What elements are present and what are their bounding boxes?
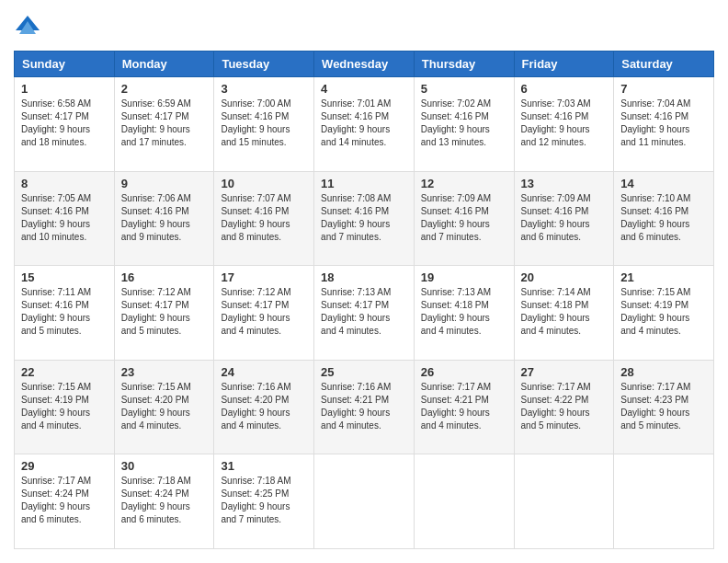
calendar-week-row: 8 Sunrise: 7:05 AMSunset: 4:16 PMDayligh… xyxy=(15,171,714,266)
calendar-cell: 1 Sunrise: 6:58 AMSunset: 4:17 PMDayligh… xyxy=(15,77,115,172)
weekday-header: Tuesday xyxy=(214,52,314,77)
day-number: 15 xyxy=(21,270,108,284)
calendar-cell xyxy=(414,454,514,549)
calendar-cell xyxy=(514,454,614,549)
calendar-cell: 4 Sunrise: 7:01 AMSunset: 4:16 PMDayligh… xyxy=(314,77,415,172)
day-number: 23 xyxy=(121,365,208,379)
calendar-week-row: 22 Sunrise: 7:15 AMSunset: 4:19 PMDaylig… xyxy=(15,360,714,454)
day-number: 18 xyxy=(321,270,407,284)
calendar-cell: 30 Sunrise: 7:18 AMSunset: 4:24 PMDaylig… xyxy=(114,454,214,549)
day-info: Sunrise: 7:09 AMSunset: 4:16 PMDaylight:… xyxy=(421,193,491,242)
day-info: Sunrise: 7:12 AMSunset: 4:17 PMDaylight:… xyxy=(221,287,290,336)
day-number: 1 xyxy=(21,82,108,96)
day-info: Sunrise: 7:13 AMSunset: 4:17 PMDaylight:… xyxy=(321,287,391,336)
calendar-cell: 28 Sunrise: 7:17 AMSunset: 4:23 PMDaylig… xyxy=(614,360,714,454)
calendar-cell: 23 Sunrise: 7:15 AMSunset: 4:20 PMDaylig… xyxy=(114,360,214,454)
calendar-week-row: 15 Sunrise: 7:11 AMSunset: 4:16 PMDaylig… xyxy=(15,266,714,361)
weekday-header: Saturday xyxy=(614,52,714,77)
day-number: 24 xyxy=(221,365,307,379)
day-info: Sunrise: 7:18 AMSunset: 4:25 PMDaylight:… xyxy=(221,476,290,524)
weekday-header: Friday xyxy=(514,52,614,77)
calendar-cell: 13 Sunrise: 7:09 AMSunset: 4:16 PMDaylig… xyxy=(514,171,614,266)
day-number: 22 xyxy=(21,365,108,379)
day-number: 11 xyxy=(321,177,407,190)
day-info: Sunrise: 7:15 AMSunset: 4:20 PMDaylight:… xyxy=(121,382,191,431)
day-number: 10 xyxy=(221,177,307,190)
calendar-week-row: 1 Sunrise: 6:58 AMSunset: 4:17 PMDayligh… xyxy=(15,77,714,172)
day-number: 31 xyxy=(221,459,307,473)
calendar-cell: 2 Sunrise: 6:59 AMSunset: 4:17 PMDayligh… xyxy=(114,77,214,172)
calendar-cell: 17 Sunrise: 7:12 AMSunset: 4:17 PMDaylig… xyxy=(214,266,314,361)
calendar-cell: 8 Sunrise: 7:05 AMSunset: 4:16 PMDayligh… xyxy=(15,171,115,266)
day-number: 8 xyxy=(21,177,108,190)
logo-icon xyxy=(14,14,41,41)
calendar-cell: 3 Sunrise: 7:00 AMSunset: 4:16 PMDayligh… xyxy=(214,77,314,172)
calendar-cell: 16 Sunrise: 7:12 AMSunset: 4:17 PMDaylig… xyxy=(114,266,214,361)
day-number: 16 xyxy=(121,270,208,284)
day-number: 19 xyxy=(421,270,507,284)
day-info: Sunrise: 7:17 AMSunset: 4:24 PMDaylight:… xyxy=(21,476,91,524)
day-info: Sunrise: 7:15 AMSunset: 4:19 PMDaylight:… xyxy=(620,287,690,336)
page: SundayMondayTuesdayWednesdayThursdayFrid… xyxy=(0,0,728,563)
day-number: 7 xyxy=(620,82,707,96)
day-info: Sunrise: 7:08 AMSunset: 4:16 PMDaylight:… xyxy=(321,193,391,242)
calendar-cell: 31 Sunrise: 7:18 AMSunset: 4:25 PMDaylig… xyxy=(214,454,314,549)
day-number: 4 xyxy=(321,82,407,96)
day-info: Sunrise: 7:14 AMSunset: 4:18 PMDaylight:… xyxy=(521,287,591,336)
calendar-cell: 7 Sunrise: 7:04 AMSunset: 4:16 PMDayligh… xyxy=(614,77,714,172)
day-number: 17 xyxy=(221,270,307,284)
day-info: Sunrise: 7:16 AMSunset: 4:20 PMDaylight:… xyxy=(221,382,290,431)
day-info: Sunrise: 7:06 AMSunset: 4:16 PMDaylight:… xyxy=(121,193,191,242)
weekday-header: Thursday xyxy=(414,52,514,77)
weekday-header: Sunday xyxy=(15,52,115,77)
day-info: Sunrise: 6:58 AMSunset: 4:17 PMDaylight:… xyxy=(21,98,91,147)
day-info: Sunrise: 7:10 AMSunset: 4:16 PMDaylight:… xyxy=(620,193,690,242)
day-number: 9 xyxy=(121,177,208,190)
day-info: Sunrise: 7:12 AMSunset: 4:17 PMDaylight:… xyxy=(121,287,191,336)
calendar-cell: 24 Sunrise: 7:16 AMSunset: 4:20 PMDaylig… xyxy=(214,360,314,454)
day-info: Sunrise: 7:11 AMSunset: 4:16 PMDaylight:… xyxy=(21,287,91,336)
day-number: 2 xyxy=(121,82,208,96)
calendar-cell: 5 Sunrise: 7:02 AMSunset: 4:16 PMDayligh… xyxy=(414,77,514,172)
day-info: Sunrise: 7:01 AMSunset: 4:16 PMDaylight:… xyxy=(321,98,391,147)
day-number: 13 xyxy=(521,177,608,190)
day-info: Sunrise: 7:17 AMSunset: 4:21 PMDaylight:… xyxy=(421,382,491,431)
calendar-cell xyxy=(614,454,714,549)
calendar-cell: 27 Sunrise: 7:17 AMSunset: 4:22 PMDaylig… xyxy=(514,360,614,454)
calendar-cell: 10 Sunrise: 7:07 AMSunset: 4:16 PMDaylig… xyxy=(214,171,314,266)
calendar-cell xyxy=(314,454,415,549)
day-info: Sunrise: 7:15 AMSunset: 4:19 PMDaylight:… xyxy=(21,382,91,431)
day-info: Sunrise: 7:00 AMSunset: 4:16 PMDaylight:… xyxy=(221,98,290,147)
day-number: 25 xyxy=(321,365,407,379)
day-info: Sunrise: 7:07 AMSunset: 4:16 PMDaylight:… xyxy=(221,193,290,242)
day-number: 28 xyxy=(620,365,707,379)
day-info: Sunrise: 7:03 AMSunset: 4:16 PMDaylight:… xyxy=(521,98,591,147)
day-number: 14 xyxy=(620,177,707,190)
calendar-cell: 11 Sunrise: 7:08 AMSunset: 4:16 PMDaylig… xyxy=(314,171,415,266)
day-number: 6 xyxy=(521,82,608,96)
day-number: 5 xyxy=(421,82,507,96)
calendar-cell: 25 Sunrise: 7:16 AMSunset: 4:21 PMDaylig… xyxy=(314,360,415,454)
calendar-cell: 15 Sunrise: 7:11 AMSunset: 4:16 PMDaylig… xyxy=(15,266,115,361)
calendar-cell: 14 Sunrise: 7:10 AMSunset: 4:16 PMDaylig… xyxy=(614,171,714,266)
calendar-cell: 9 Sunrise: 7:06 AMSunset: 4:16 PMDayligh… xyxy=(114,171,214,266)
calendar-cell: 20 Sunrise: 7:14 AMSunset: 4:18 PMDaylig… xyxy=(514,266,614,361)
calendar-cell: 22 Sunrise: 7:15 AMSunset: 4:19 PMDaylig… xyxy=(15,360,115,454)
day-number: 30 xyxy=(121,459,208,473)
weekday-header: Monday xyxy=(114,52,214,77)
day-number: 21 xyxy=(620,270,707,284)
calendar-cell: 6 Sunrise: 7:03 AMSunset: 4:16 PMDayligh… xyxy=(514,77,614,172)
calendar-cell: 21 Sunrise: 7:15 AMSunset: 4:19 PMDaylig… xyxy=(614,266,714,361)
calendar-table: SundayMondayTuesdayWednesdayThursdayFrid… xyxy=(14,51,714,549)
calendar-cell: 26 Sunrise: 7:17 AMSunset: 4:21 PMDaylig… xyxy=(414,360,514,454)
calendar-cell: 18 Sunrise: 7:13 AMSunset: 4:17 PMDaylig… xyxy=(314,266,415,361)
header xyxy=(14,14,714,41)
day-info: Sunrise: 7:09 AMSunset: 4:16 PMDaylight:… xyxy=(521,193,591,242)
day-number: 12 xyxy=(421,177,507,190)
day-info: Sunrise: 7:05 AMSunset: 4:16 PMDaylight:… xyxy=(21,193,91,242)
day-number: 27 xyxy=(521,365,608,379)
weekday-header-row: SundayMondayTuesdayWednesdayThursdayFrid… xyxy=(15,52,714,77)
weekday-header: Wednesday xyxy=(314,52,415,77)
day-info: Sunrise: 7:18 AMSunset: 4:24 PMDaylight:… xyxy=(121,476,191,524)
day-info: Sunrise: 7:13 AMSunset: 4:18 PMDaylight:… xyxy=(421,287,491,336)
